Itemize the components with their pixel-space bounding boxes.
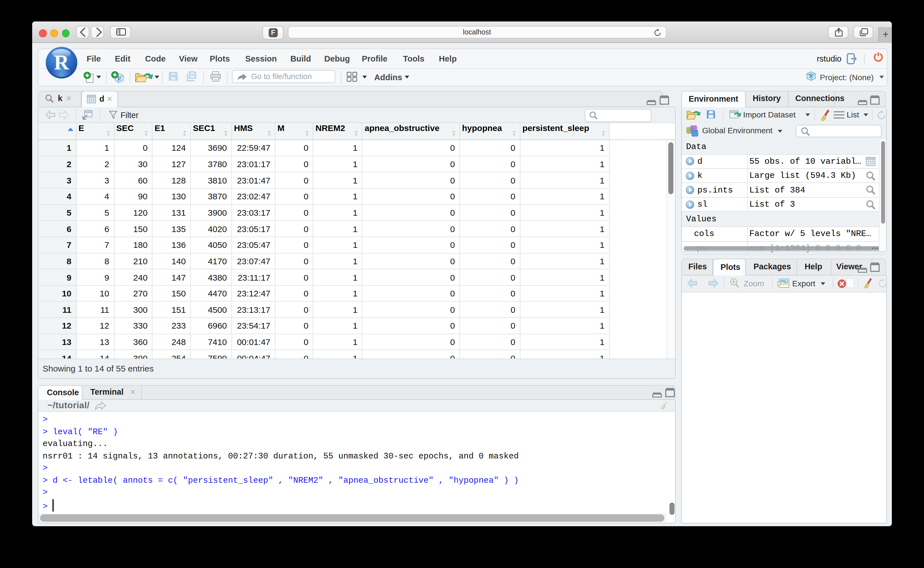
- svg-text:R: R: [809, 73, 813, 79]
- svg-text:R: R: [118, 76, 121, 82]
